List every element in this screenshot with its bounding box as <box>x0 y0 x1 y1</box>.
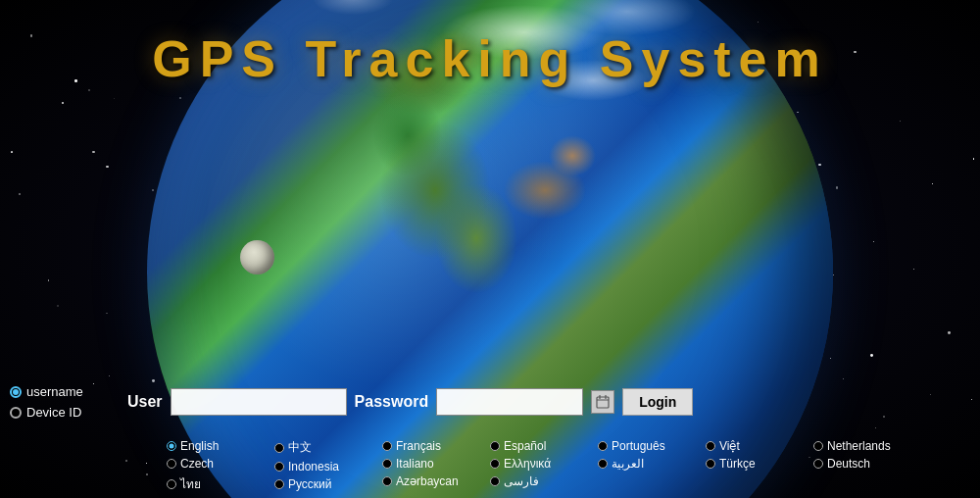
lang-option-nl[interactable]: Netherlands <box>813 439 921 453</box>
lang-label-nl: Netherlands <box>827 439 891 453</box>
lang-label-fr: Français <box>396 439 441 453</box>
lang-radio-ar <box>598 459 608 469</box>
moon <box>240 240 274 274</box>
lang-col-5: ViệtTürkçe <box>706 439 813 493</box>
lang-option-az[interactable]: Azərbaycan <box>382 474 490 488</box>
lang-col-0: EnglishCzechไทย <box>167 439 274 493</box>
lang-label-de: Deutsch <box>827 457 870 471</box>
user-label: User <box>127 393 163 411</box>
lang-col-1: 中文IndonesiaРусский <box>274 439 382 493</box>
login-type-options: username Device ID <box>10 384 118 420</box>
lang-radio-pt <box>598 441 608 451</box>
lang-label-pt: Português <box>612 439 665 453</box>
lang-radio-tr <box>706 459 715 469</box>
lang-radio-de <box>813 459 823 469</box>
lang-radio-id <box>274 462 284 472</box>
user-input[interactable] <box>171 388 347 416</box>
lang-option-th[interactable]: ไทย <box>167 474 274 493</box>
radio-deviceid[interactable]: Device ID <box>10 405 118 420</box>
lang-radio-fa <box>490 476 500 486</box>
svg-rect-0 <box>597 397 609 408</box>
lang-label-es: Español <box>504 439 546 453</box>
lang-label-cs: Czech <box>180 457 214 471</box>
lang-radio-az <box>382 476 392 486</box>
lang-label-id: Indonesia <box>288 460 339 473</box>
lang-col-3: EspañolΕλληνικάفارسی <box>490 439 598 493</box>
lang-option-es[interactable]: Español <box>490 439 598 453</box>
lang-option-pt[interactable]: Português <box>598 439 706 453</box>
lang-option-fa[interactable]: فارسی <box>490 474 598 488</box>
radio-username[interactable]: username <box>10 384 118 399</box>
lang-radio-ru <box>274 479 284 489</box>
lang-label-en: English <box>180 439 219 453</box>
lang-option-zh[interactable]: 中文 <box>274 439 382 456</box>
lang-label-zh: 中文 <box>288 439 312 456</box>
lang-label-th: ไทย <box>180 474 201 493</box>
lang-label-vi: Việt <box>719 439 740 453</box>
language-selector: EnglishCzechไทย中文IndonesiaРусскийFrançai… <box>167 439 975 493</box>
password-input[interactable] <box>436 388 583 416</box>
app-title: GPS Tracking System <box>0 29 980 88</box>
radio-deviceid-circle <box>10 407 22 419</box>
lang-option-de[interactable]: Deutsch <box>813 457 921 471</box>
radio-username-circle <box>10 386 22 398</box>
lang-option-el[interactable]: Ελληνικά <box>490 457 598 471</box>
lang-label-ar: العربية <box>612 457 644 471</box>
lang-radio-en <box>167 441 176 451</box>
calendar-svg <box>596 395 610 409</box>
lang-col-4: Portuguêsالعربية <box>598 439 706 493</box>
lang-option-cs[interactable]: Czech <box>167 457 274 471</box>
lang-option-id[interactable]: Indonesia <box>274 460 382 473</box>
radio-deviceid-label: Device ID <box>26 405 81 420</box>
login-area: username Device ID User Password Login <box>0 384 980 420</box>
lang-radio-fr <box>382 441 392 451</box>
lang-radio-nl <box>813 441 823 451</box>
lang-label-az: Azərbaycan <box>396 474 459 488</box>
lang-option-ru[interactable]: Русский <box>274 477 382 491</box>
lang-radio-cs <box>167 459 176 469</box>
lang-label-it: Italiano <box>396 457 434 471</box>
lang-option-ar[interactable]: العربية <box>598 457 706 471</box>
lang-option-it[interactable]: Italiano <box>382 457 490 471</box>
lang-radio-vi <box>706 441 715 451</box>
lang-option-en[interactable]: English <box>167 439 274 453</box>
lang-col-6: NetherlandsDeutsch <box>813 439 921 493</box>
password-label: Password <box>355 393 429 411</box>
radio-username-label: username <box>26 384 83 399</box>
lang-radio-es <box>490 441 500 451</box>
lang-option-vi[interactable]: Việt <box>706 439 813 453</box>
lang-option-fr[interactable]: Français <box>382 439 490 453</box>
lang-label-fa: فارسی <box>504 474 539 488</box>
calendar-icon[interactable] <box>591 390 614 414</box>
lang-radio-zh <box>274 443 284 453</box>
lang-radio-it <box>382 459 392 469</box>
login-form: User Password Login <box>127 388 970 416</box>
lang-col-2: FrançaisItalianoAzərbaycan <box>382 439 490 493</box>
lang-label-tr: Türkçe <box>719 457 756 471</box>
lang-radio-el <box>490 459 500 469</box>
lang-option-tr[interactable]: Türkçe <box>706 457 813 471</box>
lang-label-el: Ελληνικά <box>504 457 551 471</box>
login-button[interactable]: Login <box>622 388 693 416</box>
lang-label-ru: Русский <box>288 477 332 491</box>
lang-radio-th <box>167 479 176 489</box>
